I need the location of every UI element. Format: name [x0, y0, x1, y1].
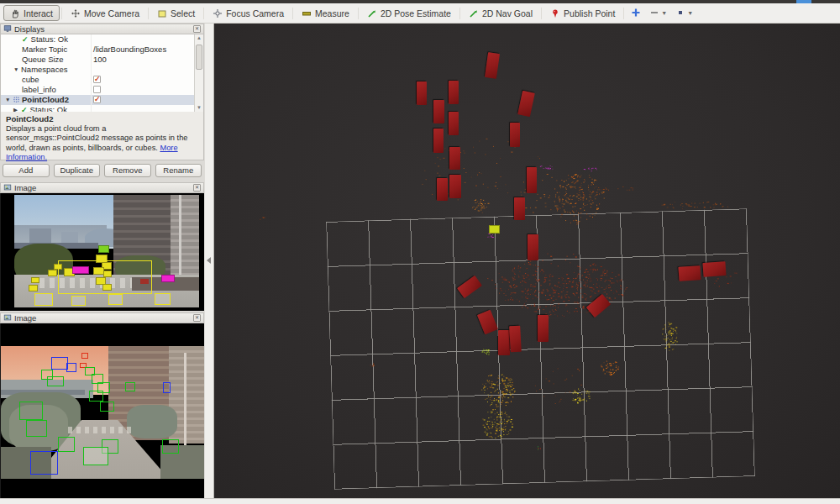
detection-box [83, 447, 108, 465]
3d-viewport[interactable] [214, 24, 840, 498]
remove-button[interactable]: Remove [104, 164, 151, 177]
detection-box [163, 382, 171, 393]
tree-row-status-ok[interactable]: ✓Status: Ok [1, 34, 203, 45]
checkbox-cube[interactable] [93, 76, 101, 83]
chevron-right-icon[interactable]: ▶ [13, 105, 21, 112]
displays-panel: Displays ✕ ✓Status: OkMarker Topic/lidar… [0, 24, 204, 181]
displays-tree[interactable]: ✓Status: OkMarker Topic/lidarBoundingBox… [0, 34, 204, 112]
scroll-down-icon[interactable]: ▼ [195, 104, 203, 112]
toolbar-divider [203, 8, 204, 19]
lidar-bounding-box [678, 265, 701, 281]
image-panel-2-header[interactable]: Image ✕ [0, 312, 204, 323]
lidar-bounding-box [510, 123, 520, 147]
toolbar-button-select[interactable]: Select [150, 5, 202, 21]
remove-tool-minus-icon [649, 6, 659, 21]
add-button[interactable]: Add [3, 164, 50, 177]
rename-button[interactable]: Rename [155, 164, 202, 177]
photo1-building-right [171, 195, 199, 282]
toolbar-button-label: 2D Nav Goal [482, 8, 533, 18]
toolbar-button-label: Publish Point [564, 8, 615, 18]
toolbar-button-interact[interactable]: Interact [3, 5, 60, 21]
tree-row-value[interactable]: 100 [93, 55, 107, 65]
tree-row-label: Namespaces [21, 65, 67, 74]
lidar-bounding-box [538, 315, 549, 342]
scroll-up-icon[interactable]: ▲ [195, 34, 203, 42]
status-ok-check-icon: ✓ [22, 35, 29, 44]
duplicate-button[interactable]: Duplicate [54, 164, 101, 177]
status-ok-check-icon: ✓ [21, 106, 28, 112]
image-panel-2: Image ✕ [0, 312, 204, 498]
lidar-bounding-box [702, 261, 726, 277]
nav-goal-arrow-icon [469, 8, 479, 18]
checkbox-PointCloud2[interactable] [93, 96, 101, 103]
close-icon[interactable]: ✕ [193, 25, 201, 33]
focus-camera-icon [213, 8, 223, 18]
tree-scrollbar[interactable]: ▲▼ [194, 34, 203, 112]
tree-row-label: PointCloud2 [22, 95, 69, 104]
toolbar-button-publish-point[interactable]: Publish Point [543, 5, 622, 21]
displays-panel-header[interactable]: Displays ✕ [0, 24, 204, 34]
display-description: PointCloud2 Displays a point cloud from … [0, 112, 204, 160]
lidar-bounding-box [449, 112, 459, 135]
toolbar-button-measure[interactable]: Measure [295, 5, 356, 21]
hand-icon [10, 8, 20, 18]
close-icon[interactable]: ✕ [193, 184, 201, 192]
collapse-arrow-icon[interactable] [207, 257, 211, 264]
tree-row-status-ok[interactable]: ▶✓Status: Ok [1, 105, 203, 112]
scrollbar-thumb[interactable] [196, 45, 202, 70]
status-bar [0, 498, 840, 504]
camera-photo-2 [1, 346, 204, 479]
tree-row-label-info[interactable]: label_info [1, 85, 203, 95]
chevron-down-icon[interactable]: ▼ [5, 95, 13, 105]
close-icon[interactable]: ✕ [193, 314, 201, 322]
displays-icon [3, 24, 12, 34]
add-tool-plus-button[interactable] [627, 5, 644, 21]
chevron-down-icon: ▼ [687, 10, 693, 16]
tree-row-label: Queue Size [22, 55, 64, 64]
image-panel-1: Image ✕ [0, 182, 204, 311]
toolbar-button-2d-pose-estimate[interactable]: 2D Pose Estimate [360, 5, 458, 21]
toolbar-button-move-camera[interactable]: Move Camera [64, 5, 146, 21]
toolbar-button-label: Measure [315, 8, 349, 18]
toolbar-divider [623, 8, 624, 19]
lidar-bounding-box [528, 234, 538, 260]
chevron-down-icon[interactable]: ▼ [13, 65, 21, 75]
display-button-row: AddDuplicateRemoveRename [0, 160, 204, 181]
lidar-bounding-box [433, 100, 444, 123]
remove-tool-minus-button[interactable]: ▼ [646, 5, 670, 21]
chevron-down-icon: ▼ [661, 10, 667, 16]
detection-box [81, 353, 88, 359]
tree-row-value[interactable]: /lidarBoundingBoxes [93, 45, 166, 55]
detection-box [162, 439, 179, 454]
image-panel-1-title: Image [14, 183, 36, 192]
toolbar-button-label: Interact [24, 8, 53, 18]
image-icon [3, 183, 12, 193]
detection-box [58, 260, 152, 294]
toolbar-divider [358, 8, 359, 19]
tool-properties-button[interactable]: ▼ [672, 5, 696, 21]
lidar-bounding-box [509, 326, 522, 353]
toolbar-button-2d-nav-goal[interactable]: 2D Nav Goal [462, 5, 539, 21]
toolbar-divider [541, 8, 542, 19]
tree-row-queue-size[interactable]: Queue Size100 [1, 55, 203, 65]
detection-box [48, 270, 57, 276]
panel-splitter[interactable] [204, 24, 214, 498]
tree-row-marker-topic[interactable]: Marker Topic/lidarBoundingBoxes [1, 45, 203, 55]
toolbar-button-focus-camera[interactable]: Focus Camera [206, 5, 291, 21]
lidar-bounding-box [449, 175, 461, 198]
left-panel-column: Displays ✕ ✓Status: OkMarker Topic/lidar… [0, 24, 204, 498]
checkbox-label_info[interactable] [93, 86, 101, 93]
detection-box [51, 357, 68, 370]
photo2-crosswalk [68, 427, 135, 433]
camera-image-2 [0, 323, 204, 498]
toolbar-button-label: Move Camera [84, 8, 139, 18]
tree-row-namespaces[interactable]: ▼Namespaces [1, 65, 203, 75]
image-panel-1-header[interactable]: Image ✕ [0, 182, 204, 193]
description-title: PointCloud2 [6, 114, 198, 124]
tree-row-cube[interactable]: cube [1, 75, 203, 85]
detection-box [30, 451, 58, 475]
tree-row-pointcloud2[interactable]: ▼PointCloud2 [1, 95, 203, 105]
tree-row-label: Status: Ok [31, 34, 68, 44]
detection-box [100, 402, 114, 412]
detection-box [66, 363, 76, 372]
